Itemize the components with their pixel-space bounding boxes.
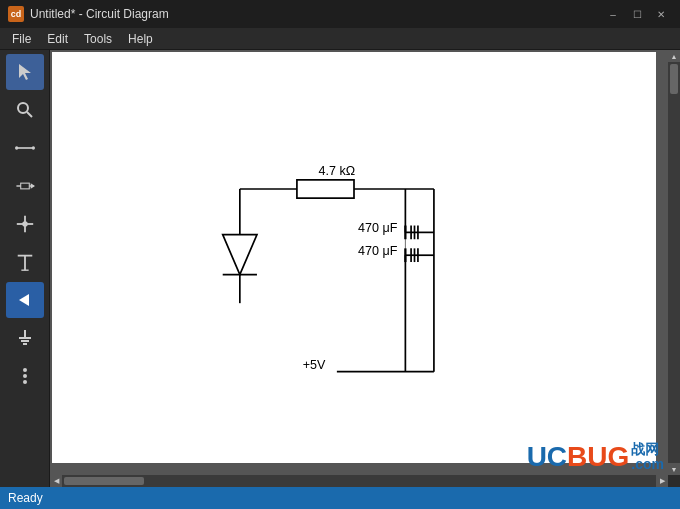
status-text: Ready [8,491,43,505]
more-tool[interactable] [6,358,44,394]
junction-tool[interactable] [6,206,44,242]
text-tool[interactable] [6,244,44,280]
svg-line-2 [27,112,32,117]
svg-marker-9 [30,183,34,189]
wire-icon [15,138,35,158]
scroll-up-arrow[interactable]: ▲ [668,50,680,62]
svg-rect-26 [297,180,354,198]
zoom-icon [15,100,35,120]
scrollbar-corner [668,475,680,487]
text-icon [15,252,35,272]
svg-point-12 [22,221,27,226]
menu-edit[interactable]: Edit [39,30,76,48]
minimize-button[interactable]: – [602,5,624,23]
scroll-left-arrow[interactable]: ◀ [50,475,62,487]
svg-text:+5V: +5V [303,358,326,372]
maximize-button[interactable]: ☐ [626,5,648,23]
main-area: 4.7 kΩ [0,50,680,487]
svg-text:4.7 kΩ: 4.7 kΩ [319,164,356,178]
horizontal-scrollbar[interactable]: ◀ ▶ [50,475,668,487]
svg-marker-16 [19,294,29,306]
svg-rect-7 [20,183,29,189]
svg-point-23 [23,380,27,384]
left-toolbar [0,50,50,487]
scroll-right-arrow[interactable]: ▶ [656,475,668,487]
rotate-tool[interactable] [6,282,44,318]
scroll-v-thumb[interactable] [670,64,678,94]
scroll-down-arrow[interactable]: ▼ [668,463,680,475]
rotate-icon [15,290,35,310]
window-title: Untitled* - Circuit Diagram [30,7,602,21]
title-bar: cd Untitled* - Circuit Diagram – ☐ ✕ [0,0,680,28]
canvas-container[interactable]: 4.7 kΩ [50,50,680,487]
svg-point-21 [23,368,27,372]
window-controls: – ☐ ✕ [602,5,672,23]
more-icon [15,366,35,386]
junction-icon [15,214,35,234]
svg-text:470 μF: 470 μF [358,244,398,258]
menu-tools[interactable]: Tools [76,30,120,48]
ground-tool[interactable] [6,320,44,356]
canvas-area: 4.7 kΩ [50,50,680,487]
menu-help[interactable]: Help [120,30,161,48]
component-tool[interactable] [6,168,44,204]
menu-file[interactable]: File [4,30,39,48]
app-icon: cd [8,6,24,22]
svg-point-4 [15,146,18,149]
scroll-h-thumb[interactable] [64,477,144,485]
ground-icon [15,328,35,348]
svg-marker-30 [223,235,257,275]
circuit-diagram: 4.7 kΩ [52,52,656,463]
zoom-tool[interactable] [6,92,44,128]
svg-point-5 [31,146,34,149]
wire-tool[interactable] [6,130,44,166]
pointer-icon [15,62,35,82]
svg-point-22 [23,374,27,378]
component-icon [15,176,35,196]
svg-text:470 μF: 470 μF [358,221,398,235]
vertical-scrollbar[interactable]: ▲ ▼ [668,50,680,475]
status-bar: Ready [0,487,680,509]
menu-bar: File Edit Tools Help [0,28,680,50]
svg-point-1 [18,103,28,113]
close-button[interactable]: ✕ [650,5,672,23]
pointer-tool[interactable] [6,54,44,90]
svg-marker-0 [19,64,31,80]
drawing-canvas[interactable]: 4.7 kΩ [52,52,656,463]
